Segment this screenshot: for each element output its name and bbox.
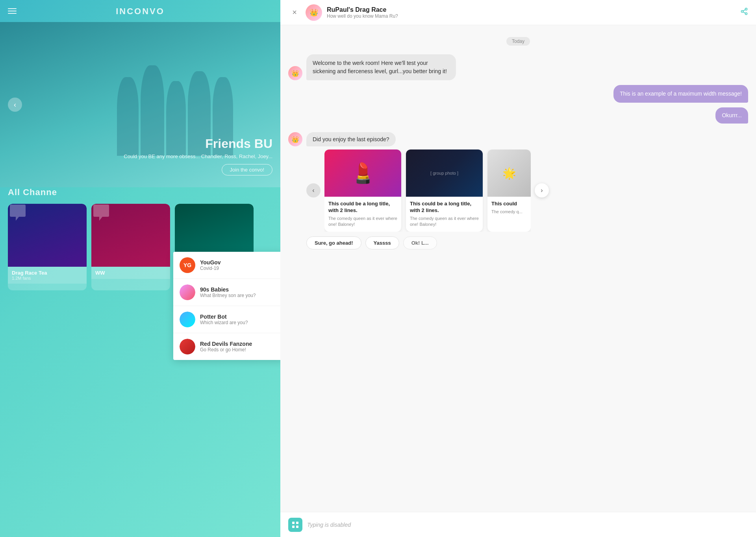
channel-card-1-img bbox=[8, 204, 87, 267]
content-card-3[interactable]: 🌟 This could The comedy q... bbox=[487, 149, 531, 232]
chat-header-title: RuPaul's Drag Race bbox=[327, 6, 740, 13]
close-button[interactable]: × bbox=[288, 6, 301, 19]
carousel-next-button[interactable]: › bbox=[535, 183, 549, 197]
yougov-info: YouGov Covid-19 bbox=[200, 259, 221, 271]
carousel-container: ‹ 💄 This could be a long title, with 2 l… bbox=[306, 149, 748, 232]
quick-reply-3[interactable]: Ok! L... bbox=[403, 236, 437, 249]
left-panel: INCONVO ‹ Friends BU Could you BE any mo… bbox=[0, 0, 280, 537]
content-card-1-img: 💄 bbox=[324, 149, 401, 197]
svg-rect-8 bbox=[296, 526, 298, 528]
dropdown-item-potterbot[interactable]: Potter Bot Which wizard are you? bbox=[173, 306, 280, 333]
content-card-2[interactable]: [ group photo ] This could be a long tit… bbox=[406, 149, 483, 232]
content-card-2-body: This could be a long title, with 2 lines… bbox=[406, 197, 483, 232]
content-card-1-desc: The comedy queen as it ever where one! B… bbox=[328, 216, 397, 228]
chat-header: × 👑 RuPaul's Drag Race How well do you k… bbox=[280, 0, 756, 25]
message-3: Okurrr... bbox=[288, 107, 748, 124]
channel-card-1-name: Drag Race Tea bbox=[12, 270, 83, 276]
90sbabies-avatar bbox=[180, 284, 195, 300]
quick-reply-1[interactable]: Sure, go ahead! bbox=[306, 236, 361, 249]
90sbabies-info: 90s Babies What Britney son are you? bbox=[200, 286, 256, 298]
potterbot-sub: Which wizard are you? bbox=[200, 320, 248, 325]
message-2-bubble: This is an example of a maximum width me… bbox=[613, 85, 748, 103]
carousel-question-row: 👑 Did you enjoy the last episode? bbox=[288, 132, 748, 146]
potterbot-avatar bbox=[180, 312, 195, 327]
date-separator: Today bbox=[288, 37, 748, 46]
dropdown-item-reddevils[interactable]: Red Devils Fanzone Go Reds or go Home! bbox=[173, 333, 280, 360]
channel-card-1[interactable]: Drag Race Tea 1.2M fans bbox=[8, 204, 87, 290]
channel-card-1-info: Drag Race Tea 1.2M fans bbox=[8, 267, 87, 284]
hero-subtitle: Could you BE any more obsess... Chandler… bbox=[124, 153, 272, 159]
cards-row: 💄 This could be a long title, with 2 lin… bbox=[324, 149, 531, 232]
reddevils-avatar bbox=[180, 339, 195, 354]
join-button[interactable]: Join the convo! bbox=[222, 164, 272, 175]
potterbot-info: Potter Bot Which wizard are you? bbox=[200, 314, 248, 325]
channel-card-1-meta: 1.2M fans bbox=[12, 276, 83, 280]
reddevils-sub: Go Reds or go Home! bbox=[200, 347, 252, 352]
dropdown-item-yougov[interactable]: YG YouGov Covid-19 bbox=[173, 252, 280, 279]
svg-line-4 bbox=[743, 9, 745, 11]
hero-text: Friends BU Could you BE any more obsess.… bbox=[124, 137, 272, 175]
svg-rect-6 bbox=[296, 522, 298, 524]
top-bar: INCONVO bbox=[0, 0, 280, 22]
content-card-2-title: This could be a long title, with 2 lines… bbox=[410, 201, 479, 214]
share-button[interactable] bbox=[740, 7, 748, 17]
hero-section: ‹ Friends BU Could you BE any more obses… bbox=[0, 22, 280, 187]
carousel-prev-button[interactable]: ‹ bbox=[306, 183, 321, 197]
date-badge: Today bbox=[506, 37, 530, 46]
90sbabies-name: 90s Babies bbox=[200, 286, 256, 293]
hero-background: ‹ Friends BU Could you BE any more obses… bbox=[0, 22, 280, 187]
chat-panel: × 👑 RuPaul's Drag Race How well do you k… bbox=[280, 0, 756, 537]
content-card-2-desc: The comedy queen as it ever where one! B… bbox=[410, 216, 479, 228]
carousel-question: Did you enjoy the last episode? bbox=[306, 132, 396, 146]
90sbabies-sub: What Britney son are you? bbox=[200, 293, 256, 298]
menu-button[interactable] bbox=[8, 8, 17, 14]
channel-card-2-img bbox=[91, 204, 170, 267]
message-1-avatar: 👑 bbox=[288, 66, 302, 80]
message-2: This is an example of a maximum width me… bbox=[288, 85, 748, 103]
hero-title: Friends BU bbox=[124, 137, 272, 151]
svg-line-3 bbox=[743, 12, 745, 13]
channel-card-2-name: WW bbox=[95, 270, 166, 276]
chat-avatar: 👑 bbox=[306, 4, 322, 21]
quick-replies: Sure, go ahead! Yassss Ok! L... bbox=[306, 236, 748, 249]
svg-rect-7 bbox=[292, 526, 295, 528]
message-3-bubble: Okurrr... bbox=[715, 107, 748, 124]
content-card-3-img: 🌟 bbox=[487, 149, 531, 197]
channel-card-2-info: WW bbox=[91, 267, 170, 279]
chat-header-info: RuPaul's Drag Race How well do you know … bbox=[327, 6, 740, 19]
message-1-bubble: Welcome to the werk room! Here we'll tes… bbox=[306, 54, 456, 80]
reddevils-info: Red Devils Fanzone Go Reds or go Home! bbox=[200, 341, 252, 352]
chat-header-subtitle: How well do you know Mama Ru? bbox=[327, 13, 740, 19]
channel-dropdown: YG YouGov Covid-19 90s Babies What Britn… bbox=[173, 252, 280, 360]
svg-rect-5 bbox=[292, 522, 295, 524]
grid-button[interactable] bbox=[288, 518, 302, 532]
chat-messages: Today 👑 Welcome to the werk room! Here w… bbox=[280, 25, 756, 512]
content-card-3-desc: The comedy q... bbox=[491, 209, 527, 215]
content-card-1-body: This could be a long title, with 2 lines… bbox=[324, 197, 401, 232]
content-card-1[interactable]: 💄 This could be a long title, with 2 lin… bbox=[324, 149, 401, 232]
carousel-section: 👑 Did you enjoy the last episode? ‹ 💄 bbox=[288, 132, 748, 249]
potterbot-name: Potter Bot bbox=[200, 314, 248, 320]
channels-title: All Channe bbox=[8, 187, 272, 197]
yougov-name: YouGov bbox=[200, 259, 221, 266]
chat-input-bar: Typing is disabled bbox=[280, 512, 756, 537]
quick-reply-2[interactable]: Yassss bbox=[365, 236, 399, 249]
carousel-avatar: 👑 bbox=[288, 132, 302, 146]
prev-arrow-button[interactable]: ‹ bbox=[8, 98, 22, 112]
yougov-sub: Covid-19 bbox=[200, 266, 221, 271]
app-title: INCONVO bbox=[116, 6, 165, 17]
reddevils-name: Red Devils Fanzone bbox=[200, 341, 252, 347]
chat-input: Typing is disabled bbox=[307, 522, 748, 528]
message-1: 👑 Welcome to the werk room! Here we'll t… bbox=[288, 54, 748, 80]
yougov-avatar: YG bbox=[180, 257, 195, 273]
content-card-3-title: This could bbox=[491, 201, 527, 207]
content-card-1-title: This could be a long title, with 2 lines… bbox=[328, 201, 397, 214]
content-card-3-body: This could The comedy q... bbox=[487, 197, 531, 219]
dropdown-item-90sbabies[interactable]: 90s Babies What Britney son are you? bbox=[173, 279, 280, 306]
content-card-2-img: [ group photo ] bbox=[406, 149, 483, 197]
channel-card-2[interactable]: WW bbox=[91, 204, 170, 290]
